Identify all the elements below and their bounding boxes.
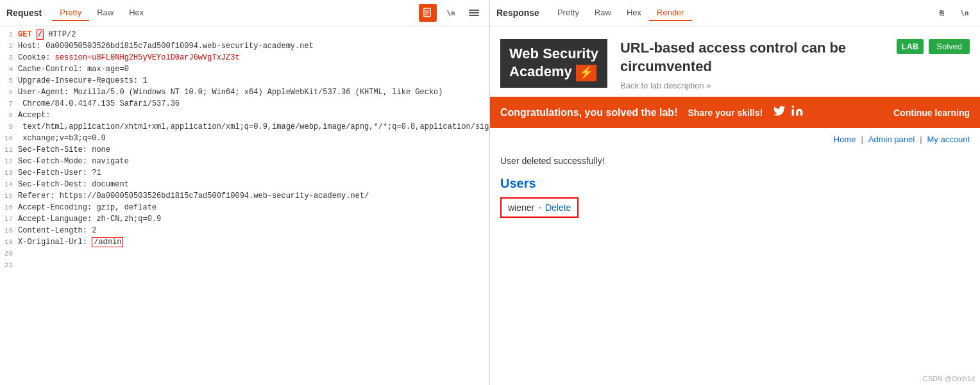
tab-pretty-response[interactable]: Pretty [550, 5, 587, 21]
main-container: Request Pretty Raw Hex \n [0, 0, 980, 385]
nav-admin-link[interactable]: Admin panel [868, 135, 915, 144]
lab-title: URL-based access control can be circumve… [620, 39, 884, 76]
code-line: 11 Sec-Fetch-Site: none [0, 144, 489, 156]
response-tabs: Pretty Raw Hex Render [550, 5, 692, 21]
request-title: Request [6, 8, 42, 18]
social-icons [773, 104, 804, 120]
nav-links: Home | Admin panel | My account [490, 128, 980, 151]
back-link[interactable]: Back to lab description » [620, 81, 884, 90]
congrats-text: Congratulations, you solved the lab! [500, 107, 677, 119]
twitter-icon[interactable] [773, 104, 786, 120]
code-line: 3 Cookie: session=u8FL0NHg2H5yVEYolD0arJ… [0, 52, 489, 63]
tab-render-response[interactable]: Render [649, 5, 692, 21]
response-toolbar: ⎘ \n [933, 4, 974, 22]
code-line: 13 Sec-Fetch-User: ?1 [0, 167, 489, 179]
code-line: 17 Accept-Language: zh-CN,zh;q=0.9 [0, 213, 489, 225]
watermark: CSDN @Orch1d [923, 375, 975, 382]
code-line: 9 text/html,application/xhtml+xml,applic… [0, 121, 489, 133]
code-line: 14 Sec-Fetch-Dest: document [0, 179, 489, 190]
code-line: 1 GET / HTTP/2 [0, 29, 489, 40]
response-title: Response [496, 8, 539, 18]
code-line: 8 Accept: [0, 110, 489, 121]
users-title: Users [500, 176, 970, 191]
cookie-value: session=u8FL0NHg2H5yVEYolD0arJ6wVgTxJZ3t [55, 53, 240, 62]
code-line: 6 User-Agent: Mozilla/5.0 (Windows NT 10… [0, 86, 489, 98]
doc-icon[interactable] [419, 4, 437, 22]
svg-rect-5 [469, 12, 479, 13]
share-text: Share your skills! [688, 108, 763, 118]
code-line: 4 Cache-Control: max-age=0 [0, 63, 489, 75]
tab-raw-request[interactable]: Raw [89, 5, 121, 21]
request-tabs: Pretty Raw Hex [52, 5, 151, 21]
tab-hex-response[interactable]: Hex [619, 5, 649, 21]
wsa-logo-area: Web Security Academy ⚡ URL-based access … [490, 26, 980, 97]
admin-path: /admin [92, 237, 123, 247]
wsa-logo-line1: Web Security [509, 45, 598, 62]
svg-rect-6 [469, 15, 479, 16]
wsa-logo-line2: Academy ⚡ [509, 62, 598, 81]
user-name: wiener [508, 202, 534, 213]
url-path: / [37, 29, 44, 40]
code-line: 5 Upgrade-Insecure-Requests: 1 [0, 75, 489, 86]
code-line: 7 Chrome/84.0.4147.135 Safari/537.36 [0, 98, 489, 110]
request-code-area: 1 GET / HTTP/2 2 Host: 0a000050503526bd1… [0, 26, 489, 385]
backslash-n-icon[interactable]: \n [442, 4, 460, 22]
code-line: 12 Sec-Fetch-Mode: navigate [0, 156, 489, 167]
svg-point-7 [792, 106, 794, 108]
user-row: wiener - Delete [500, 197, 579, 218]
lightning-icon: ⚡ [576, 65, 596, 81]
menu-icon[interactable] [465, 4, 483, 22]
request-toolbar: \n [419, 4, 483, 22]
wsa-title-area: URL-based access control can be circumve… [620, 39, 884, 90]
response-backslash-n-icon[interactable]: \n [956, 4, 974, 22]
code-line: 21 [0, 259, 489, 271]
lab-badge: LAB [897, 39, 924, 54]
lab-badge-area: LAB Solved [897, 39, 970, 54]
code-line: 20 [0, 248, 489, 259]
right-panel: Response Pretty Raw Hex Render ⎘ \n Web … [490, 0, 980, 385]
code-line: 19 X-Original-Url: /admin [0, 236, 489, 248]
nav-account-link[interactable]: My account [927, 135, 970, 144]
solved-badge: Solved [929, 39, 970, 54]
copy-icon[interactable]: ⎘ [933, 4, 950, 22]
linkedin-icon[interactable] [791, 104, 804, 120]
get-method: GET [18, 30, 32, 39]
svg-rect-4 [469, 10, 479, 11]
user-deleted-message: User deleted successfully! [490, 151, 980, 171]
wsa-logo: Web Security Academy ⚡ [500, 39, 607, 88]
code-line: 2 Host: 0a000050503526bd1815c7ad500f1009… [0, 40, 489, 52]
response-header: Response Pretty Raw Hex Render ⎘ \n [490, 0, 980, 26]
continue-learning-button[interactable]: Continue learning [893, 108, 970, 118]
response-content: Web Security Academy ⚡ URL-based access … [490, 26, 980, 385]
congrats-banner: Congratulations, you solved the lab! Sha… [490, 97, 980, 128]
tab-raw-response[interactable]: Raw [587, 5, 619, 21]
code-line: 18 Content-Length: 2 [0, 225, 489, 236]
code-line: 16 Accept-Encoding: gzip, deflate [0, 202, 489, 213]
nav-home-link[interactable]: Home [834, 135, 856, 144]
code-line: 15 Referer: https://0a000050503526bd1815… [0, 190, 489, 202]
tab-pretty-request[interactable]: Pretty [52, 5, 89, 21]
tab-hex-request[interactable]: Hex [121, 5, 151, 21]
request-header: Request Pretty Raw Hex \n [0, 0, 489, 26]
delete-link[interactable]: Delete [545, 202, 571, 213]
users-section: Users wiener - Delete [490, 171, 980, 223]
code-line: 10 xchange;v=b3;q=0.9 [0, 133, 489, 144]
left-panel: Request Pretty Raw Hex \n [0, 0, 490, 385]
